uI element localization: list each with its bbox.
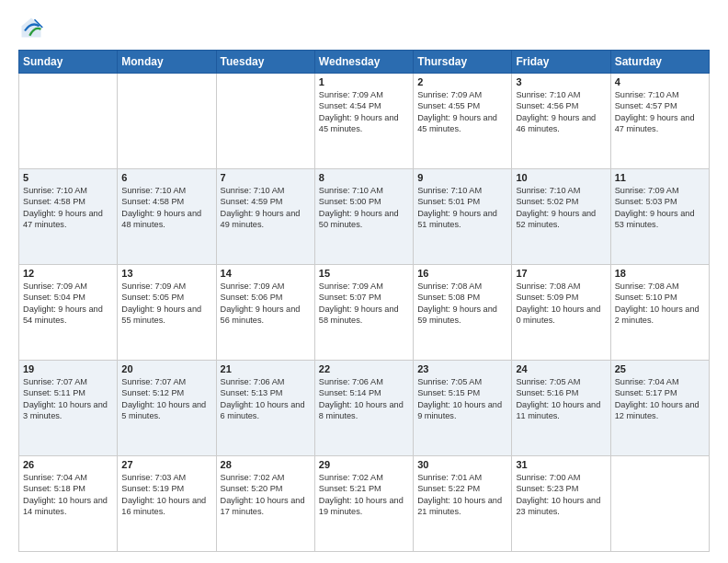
- day-number: 24: [516, 363, 606, 374]
- day-number: 3: [516, 76, 606, 87]
- day-cell: 2Sunrise: 7:09 AM Sunset: 4:55 PM Daylig…: [414, 74, 512, 169]
- week-row-5: 26Sunrise: 7:04 AM Sunset: 5:18 PM Dayli…: [19, 456, 710, 552]
- day-info: Sunrise: 7:10 AM Sunset: 5:01 PM Dayligh…: [417, 185, 507, 231]
- day-header-row: SundayMondayTuesdayWednesdayThursdayFrid…: [19, 51, 710, 74]
- day-number: 19: [23, 363, 113, 374]
- day-number: 7: [221, 172, 311, 183]
- day-number: 9: [417, 172, 507, 183]
- day-info: Sunrise: 7:09 AM Sunset: 5:04 PM Dayligh…: [23, 281, 113, 327]
- day-cell: 28Sunrise: 7:02 AM Sunset: 5:20 PM Dayli…: [216, 456, 314, 552]
- day-info: Sunrise: 7:07 AM Sunset: 5:12 PM Dayligh…: [121, 376, 211, 422]
- day-info: Sunrise: 7:01 AM Sunset: 5:22 PM Dayligh…: [417, 472, 507, 518]
- day-info: Sunrise: 7:05 AM Sunset: 5:15 PM Dayligh…: [417, 376, 507, 422]
- day-cell: 20Sunrise: 7:07 AM Sunset: 5:12 PM Dayli…: [118, 361, 216, 456]
- day-cell: 16Sunrise: 7:08 AM Sunset: 5:08 PM Dayli…: [414, 265, 512, 361]
- day-cell: 23Sunrise: 7:05 AM Sunset: 5:15 PM Dayli…: [414, 361, 512, 456]
- day-cell: 27Sunrise: 7:03 AM Sunset: 5:19 PM Dayli…: [118, 456, 216, 552]
- day-cell: 25Sunrise: 7:04 AM Sunset: 5:17 PM Dayli…: [610, 361, 709, 456]
- day-cell: [610, 456, 709, 552]
- day-number: 16: [417, 268, 507, 279]
- day-number: 13: [121, 268, 211, 279]
- day-number: 11: [615, 172, 705, 183]
- day-number: 18: [615, 268, 705, 279]
- day-number: 4: [615, 76, 705, 87]
- day-header-saturday: Saturday: [610, 51, 709, 74]
- day-info: Sunrise: 7:07 AM Sunset: 5:11 PM Dayligh…: [23, 376, 113, 422]
- week-row-3: 12Sunrise: 7:09 AM Sunset: 5:04 PM Dayli…: [19, 265, 710, 361]
- day-number: 15: [319, 268, 409, 279]
- page: SundayMondayTuesdayWednesdayThursdayFrid…: [0, 0, 728, 563]
- day-cell: 30Sunrise: 7:01 AM Sunset: 5:22 PM Dayli…: [414, 456, 512, 552]
- day-cell: 22Sunrise: 7:06 AM Sunset: 5:14 PM Dayli…: [314, 361, 413, 456]
- day-info: Sunrise: 7:08 AM Sunset: 5:10 PM Dayligh…: [615, 281, 705, 327]
- day-info: Sunrise: 7:10 AM Sunset: 4:57 PM Dayligh…: [615, 89, 705, 135]
- day-cell: 8Sunrise: 7:10 AM Sunset: 5:00 PM Daylig…: [314, 169, 413, 265]
- day-number: 27: [121, 459, 211, 470]
- day-number: 20: [121, 363, 211, 374]
- header: [18, 15, 710, 40]
- day-info: Sunrise: 7:10 AM Sunset: 5:02 PM Dayligh…: [516, 185, 606, 231]
- day-info: Sunrise: 7:10 AM Sunset: 4:58 PM Dayligh…: [121, 185, 211, 231]
- day-number: 10: [516, 172, 606, 183]
- day-cell: 3Sunrise: 7:10 AM Sunset: 4:56 PM Daylig…: [512, 74, 610, 169]
- day-cell: [216, 74, 314, 169]
- day-number: 2: [417, 76, 507, 87]
- day-number: 22: [319, 363, 409, 374]
- day-info: Sunrise: 7:03 AM Sunset: 5:19 PM Dayligh…: [121, 472, 211, 518]
- day-cell: 14Sunrise: 7:09 AM Sunset: 5:06 PM Dayli…: [216, 265, 314, 361]
- day-cell: 31Sunrise: 7:00 AM Sunset: 5:23 PM Dayli…: [512, 456, 610, 552]
- week-row-4: 19Sunrise: 7:07 AM Sunset: 5:11 PM Dayli…: [19, 361, 710, 456]
- day-cell: 9Sunrise: 7:10 AM Sunset: 5:01 PM Daylig…: [414, 169, 512, 265]
- day-info: Sunrise: 7:08 AM Sunset: 5:09 PM Dayligh…: [516, 281, 606, 327]
- day-number: 29: [319, 459, 409, 470]
- day-info: Sunrise: 7:04 AM Sunset: 5:18 PM Dayligh…: [23, 472, 113, 518]
- day-info: Sunrise: 7:10 AM Sunset: 4:56 PM Dayligh…: [516, 89, 606, 135]
- day-cell: 15Sunrise: 7:09 AM Sunset: 5:07 PM Dayli…: [314, 265, 413, 361]
- day-info: Sunrise: 7:09 AM Sunset: 5:07 PM Dayligh…: [319, 281, 409, 327]
- day-number: 12: [23, 268, 113, 279]
- day-header-tuesday: Tuesday: [216, 51, 314, 74]
- day-cell: [118, 74, 216, 169]
- day-number: 30: [417, 459, 507, 470]
- day-cell: 11Sunrise: 7:09 AM Sunset: 5:03 PM Dayli…: [610, 169, 709, 265]
- day-header-friday: Friday: [512, 51, 610, 74]
- day-cell: 19Sunrise: 7:07 AM Sunset: 5:11 PM Dayli…: [19, 361, 118, 456]
- day-number: 23: [417, 363, 507, 374]
- day-number: 28: [221, 459, 311, 470]
- day-info: Sunrise: 7:02 AM Sunset: 5:20 PM Dayligh…: [221, 472, 311, 518]
- day-cell: 7Sunrise: 7:10 AM Sunset: 4:59 PM Daylig…: [216, 169, 314, 265]
- day-cell: 10Sunrise: 7:10 AM Sunset: 5:02 PM Dayli…: [512, 169, 610, 265]
- day-number: 21: [221, 363, 311, 374]
- day-cell: [19, 74, 118, 169]
- day-header-monday: Monday: [118, 51, 216, 74]
- day-info: Sunrise: 7:02 AM Sunset: 5:21 PM Dayligh…: [319, 472, 409, 518]
- day-info: Sunrise: 7:10 AM Sunset: 5:00 PM Dayligh…: [319, 185, 409, 231]
- day-number: 8: [319, 172, 409, 183]
- day-info: Sunrise: 7:09 AM Sunset: 4:55 PM Dayligh…: [417, 89, 507, 135]
- day-info: Sunrise: 7:08 AM Sunset: 5:08 PM Dayligh…: [417, 281, 507, 327]
- day-cell: 29Sunrise: 7:02 AM Sunset: 5:21 PM Dayli…: [314, 456, 413, 552]
- day-number: 14: [221, 268, 311, 279]
- day-cell: 5Sunrise: 7:10 AM Sunset: 4:58 PM Daylig…: [19, 169, 118, 265]
- day-number: 1: [319, 76, 409, 87]
- day-info: Sunrise: 7:09 AM Sunset: 4:54 PM Dayligh…: [319, 89, 409, 135]
- day-info: Sunrise: 7:09 AM Sunset: 5:06 PM Dayligh…: [221, 281, 311, 327]
- day-number: 17: [516, 268, 606, 279]
- logo-icon: [18, 15, 44, 40]
- week-row-1: 1Sunrise: 7:09 AM Sunset: 4:54 PM Daylig…: [19, 74, 710, 169]
- day-cell: 13Sunrise: 7:09 AM Sunset: 5:05 PM Dayli…: [118, 265, 216, 361]
- day-cell: 12Sunrise: 7:09 AM Sunset: 5:04 PM Dayli…: [19, 265, 118, 361]
- day-info: Sunrise: 7:04 AM Sunset: 5:17 PM Dayligh…: [615, 376, 705, 422]
- day-cell: 21Sunrise: 7:06 AM Sunset: 5:13 PM Dayli…: [216, 361, 314, 456]
- day-cell: 1Sunrise: 7:09 AM Sunset: 4:54 PM Daylig…: [314, 74, 413, 169]
- day-cell: 18Sunrise: 7:08 AM Sunset: 5:10 PM Dayli…: [610, 265, 709, 361]
- day-info: Sunrise: 7:10 AM Sunset: 4:58 PM Dayligh…: [23, 185, 113, 231]
- day-info: Sunrise: 7:05 AM Sunset: 5:16 PM Dayligh…: [516, 376, 606, 422]
- day-number: 5: [23, 172, 113, 183]
- day-info: Sunrise: 7:06 AM Sunset: 5:13 PM Dayligh…: [221, 376, 311, 422]
- day-number: 31: [516, 459, 606, 470]
- day-info: Sunrise: 7:09 AM Sunset: 5:05 PM Dayligh…: [121, 281, 211, 327]
- logo: [18, 15, 48, 40]
- day-cell: 6Sunrise: 7:10 AM Sunset: 4:58 PM Daylig…: [118, 169, 216, 265]
- day-cell: 24Sunrise: 7:05 AM Sunset: 5:16 PM Dayli…: [512, 361, 610, 456]
